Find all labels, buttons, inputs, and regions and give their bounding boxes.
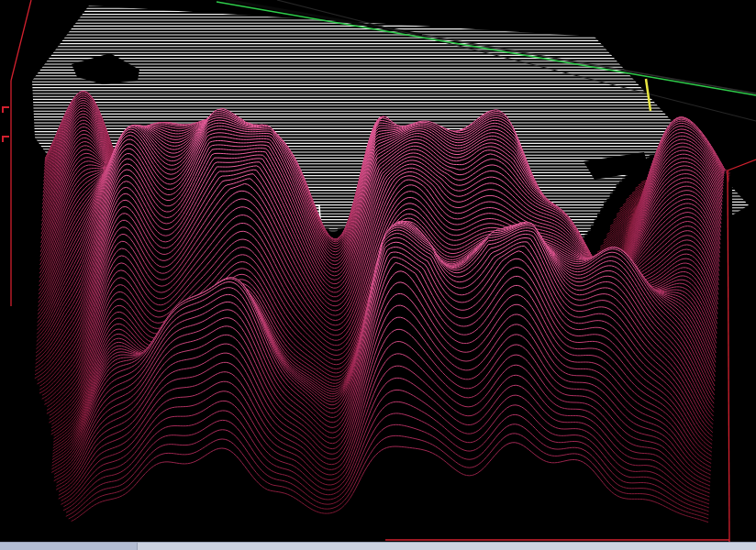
horizontal-scrollbar-thumb[interactable] — [0, 543, 138, 550]
toolpath-viewport-canvas[interactable] — [0, 0, 756, 542]
cam-viewport-window — [0, 0, 756, 550]
horizontal-scrollbar[interactable] — [0, 542, 756, 550]
